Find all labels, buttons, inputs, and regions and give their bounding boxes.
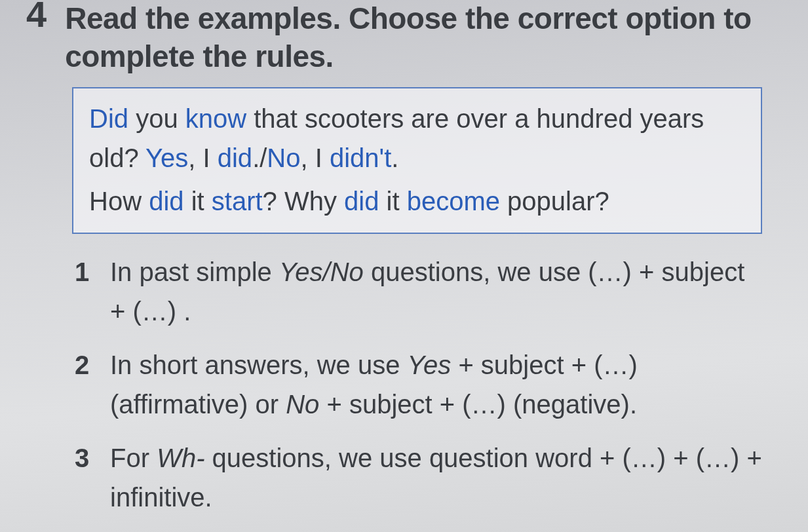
text: ./: [252, 143, 267, 172]
word-did4: did: [344, 187, 379, 216]
italic-wh: Wh-: [157, 444, 204, 472]
word-did2: did: [218, 143, 252, 172]
word-no: No: [267, 143, 300, 172]
task-number: 4: [26, 0, 47, 33]
text: it: [184, 187, 212, 216]
text: , I: [188, 143, 217, 172]
rule-number: 3: [75, 438, 110, 478]
text: it: [379, 187, 406, 216]
rule-item-1: 1 In past simple Yes/No questions, we us…: [75, 252, 762, 331]
rule-item-2: 2 In short answers, we use Yes + subject…: [75, 345, 762, 424]
word-yes: Yes: [145, 143, 188, 172]
word-did3: did: [149, 187, 183, 216]
text: you: [128, 104, 185, 133]
italic-yesno: Yes/No: [279, 257, 364, 286]
word-know: know: [185, 104, 246, 133]
text: popular?: [500, 187, 609, 216]
text: + subject + (…) (negative).: [319, 390, 637, 419]
rule-text: For Wh- questions, we use question word …: [110, 438, 762, 517]
example-line-2: How did it start? Why did it become popu…: [89, 181, 745, 221]
text: In short answers, we use: [110, 351, 408, 379]
example-line-1: Did you know that scooters are over a hu…: [89, 99, 745, 178]
task-instruction: Read the examples. Choose the correct op…: [65, 0, 782, 75]
word-didnt: didn't: [330, 143, 391, 172]
text: , I: [301, 143, 330, 172]
italic-yes: Yes: [408, 351, 452, 379]
text: In past simple: [110, 257, 279, 286]
rule-item-3: 3 For Wh- questions, we use question wor…: [75, 438, 762, 517]
text: .: [391, 143, 398, 172]
rule-text: In past simple Yes/No questions, we use …: [110, 252, 762, 331]
word-did: Did: [89, 104, 128, 133]
rule-number: 2: [75, 345, 110, 385]
italic-no: No: [286, 390, 319, 419]
exercise-header: 4 Read the examples. Choose the correct …: [26, 0, 782, 75]
rules-list: 1 In past simple Yes/No questions, we us…: [26, 252, 782, 517]
rule-text: In short answers, we use Yes + subject +…: [110, 345, 762, 424]
word-become: become: [407, 187, 500, 216]
text: For: [110, 444, 157, 472]
rule-number: 1: [75, 252, 110, 292]
example-box: Did you know that scooters are over a hu…: [72, 87, 762, 234]
text: How: [89, 187, 149, 216]
word-start: start: [212, 187, 263, 216]
text: ? Why: [263, 187, 344, 216]
text: questions, we use question word + (…) + …: [110, 444, 762, 512]
